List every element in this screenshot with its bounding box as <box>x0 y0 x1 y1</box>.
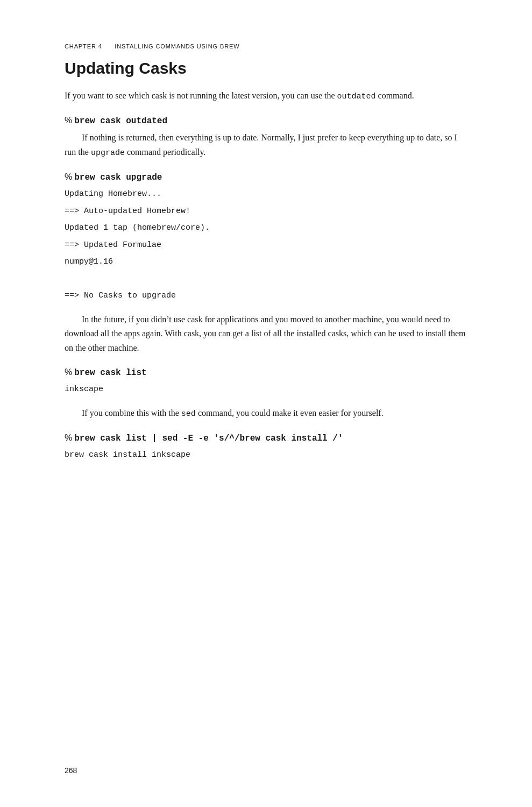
paragraph-1: If nothing is returned, then everything … <box>65 131 467 160</box>
cmd-list-text: brew cask list <box>74 368 146 378</box>
list-output: inkscape <box>65 383 467 397</box>
upgrade-output: Updating Homebrew... ==> Auto-updated Ho… <box>65 187 467 303</box>
paragraph-2: In the future, if you didn’t use cask fo… <box>65 313 467 355</box>
percent-4: % <box>65 433 72 442</box>
command-upgrade: % brew cask upgrade <box>65 171 467 184</box>
cmd-upgrade-text: brew cask upgrade <box>74 173 162 182</box>
page: CHAPTER 4 INSTALLING COMMANDS USING BREW… <box>0 0 532 807</box>
intro-text-end: command. <box>378 91 414 100</box>
output-line-blank <box>65 272 467 286</box>
chapter-header: CHAPTER 4 INSTALLING COMMANDS USING BREW <box>65 43 467 49</box>
section-title: Updating Casks <box>65 59 467 78</box>
chapter-number: CHAPTER 4 <box>65 43 102 49</box>
p1-text-end: command periodically. <box>127 147 205 157</box>
percent-1: % <box>65 116 72 125</box>
output-line-3: Updated 1 tap (homebrew/core). <box>65 221 467 235</box>
percent-3: % <box>65 367 72 377</box>
sed-code: sed <box>181 409 196 419</box>
percent-2: % <box>65 172 72 181</box>
output-line-2: ==> Auto-updated Homebrew! <box>65 204 467 218</box>
output-brew-install: brew cask install inkscape <box>65 448 467 462</box>
sed-output: brew cask install inkscape <box>65 448 467 462</box>
output-line-4: ==> Updated Formulae <box>65 238 467 252</box>
page-number: 268 <box>65 766 77 775</box>
output-line-5: numpy@1.16 <box>65 255 467 269</box>
upgrade-code: upgrade <box>91 148 125 158</box>
p3-text-start: If you combine this with the <box>82 408 179 417</box>
cmd-sed-text: brew cask list | sed -E -e 's/^/brew cas… <box>74 434 343 443</box>
output-line-7: ==> No Casks to upgrade <box>65 289 467 303</box>
output-inkscape: inkscape <box>65 383 467 397</box>
command-outdated: % brew cask outdated <box>65 114 467 128</box>
cmd-outdated-text: brew cask outdated <box>74 116 167 126</box>
paragraph-3: If you combine this with the sed command… <box>65 406 467 421</box>
output-line-1: Updating Homebrew... <box>65 187 467 201</box>
intro-text-start: If you want to see which cask is not run… <box>65 91 335 100</box>
command-list: % brew cask list <box>65 366 467 379</box>
command-sed: % brew cask list | sed -E -e 's/^/brew c… <box>65 431 467 445</box>
chapter-subtitle: INSTALLING COMMANDS USING BREW <box>115 43 239 49</box>
intro-paragraph: If you want to see which cask is not run… <box>65 89 467 104</box>
p3-text-end: command, you could make it even easier f… <box>198 408 384 417</box>
outdated-code: outdated <box>337 92 376 101</box>
